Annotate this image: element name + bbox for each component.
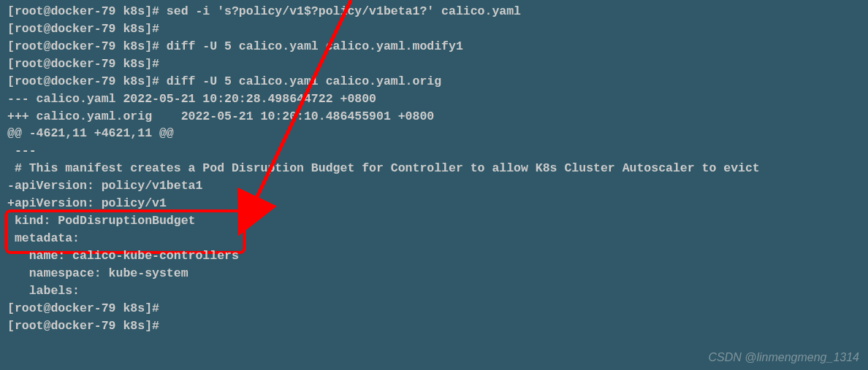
- terminal-line: [root@docker-79 k8s]# diff -U 5 calico.y…: [0, 73, 868, 90]
- terminal-line: namespace: kube-system: [0, 265, 868, 282]
- terminal-line: [root@docker-79 k8s]# sed -i 's?policy/v…: [0, 3, 868, 20]
- terminal-line: [root@docker-79 k8s]# diff -U 5 calico.y…: [0, 38, 868, 55]
- terminal-output: [root@docker-79 k8s]# sed -i 's?policy/v…: [0, 3, 868, 335]
- terminal-line: ---: [0, 142, 868, 160]
- terminal-line: name: calico-kube-controllers: [0, 247, 868, 265]
- diff-removed-line: -apiVersion: policy/v1beta1: [0, 177, 868, 195]
- terminal-line: [root@docker-79 k8s]#: [0, 300, 868, 317]
- watermark-text: CSDN @linmengmeng_1314: [708, 349, 859, 366]
- terminal-line: metadata:: [0, 230, 868, 247]
- terminal-line: +++ calico.yaml.orig 2022-05-21 10:20:10…: [0, 108, 868, 126]
- terminal-line: [root@docker-79 k8s]#: [0, 317, 868, 335]
- terminal-line: --- calico.yaml 2022-05-21 10:20:28.4986…: [0, 90, 868, 108]
- terminal-line: kind: PodDisruptionBudget: [0, 212, 868, 230]
- terminal-line: [root@docker-79 k8s]#: [0, 20, 868, 38]
- terminal-line: @@ -4621,11 +4621,11 @@: [0, 125, 868, 142]
- diff-added-line: +apiVersion: policy/v1: [0, 195, 868, 212]
- terminal-line: [root@docker-79 k8s]#: [0, 55, 868, 73]
- terminal-line: labels:: [0, 282, 868, 300]
- terminal-line: # This manifest creates a Pod Disruption…: [0, 160, 868, 177]
